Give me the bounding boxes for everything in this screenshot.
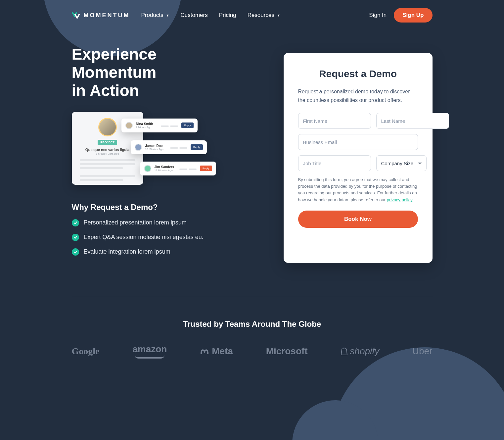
trusted-title: Trusted by Teams Around The Globe [72, 319, 433, 329]
benefit-item: Expert Q&A session molestie nisi egestas… [72, 234, 246, 241]
form-lead: Request a personalized demo today to dis… [298, 87, 418, 104]
logo-row: Google amazon Meta Microsoft shopify Ube… [72, 344, 433, 359]
brand-logo[interactable]: MOMENTUM [72, 11, 130, 19]
reply-button: Reply [191, 144, 203, 150]
logo-microsoft: Microsoft [266, 346, 308, 357]
benefit-item: Personalized presentation lorem ipsum [72, 219, 246, 226]
business-email-input[interactable] [298, 134, 418, 150]
chevron-down-icon: ▼ [277, 14, 280, 17]
product-mockup: PROJECT Quisque nec varius ligula 1 hr a… [72, 112, 214, 191]
check-icon [72, 219, 79, 226]
nav-pricing[interactable]: Pricing [219, 12, 236, 19]
hero-title: Experience Momentum in Action [72, 45, 246, 100]
nav-products[interactable]: Products▼ [141, 12, 169, 19]
reply-button: Reply [181, 122, 193, 128]
logo-google: Google [72, 346, 100, 357]
chevron-down-icon: ▼ [166, 14, 169, 17]
why-title: Why Request a Demo? [72, 203, 246, 212]
company-size-select[interactable]: Company Size [376, 155, 427, 171]
mock-post-title: Quisque nec varius ligula [76, 148, 139, 152]
hero-left: Experience Momentum in Action PROJECT Qu… [72, 45, 246, 263]
mock-chip: PROJECT [98, 140, 117, 145]
mock-avatar [98, 118, 117, 136]
mock-comment-1: Nina Smith 1 Minute Ago Reply [121, 119, 198, 132]
mock-post-meta: 1 hr ago | Sara Doe [76, 152, 139, 155]
trusted-section: Trusted by Teams Around The Globe Google… [72, 319, 433, 372]
top-nav: MOMENTUM Products▼ Customers Pricing Res… [72, 0, 433, 30]
privacy-policy-link[interactable]: privacy policy [387, 197, 413, 202]
form-title: Request a Demo [298, 68, 418, 79]
avatar-icon [144, 165, 151, 172]
brand-name: MOMENTUM [84, 12, 130, 19]
shopify-bag-icon [341, 347, 348, 356]
form-disclaimer: By submitting this form, you agree that … [298, 176, 418, 203]
benefit-item: Evaluate integration lorem ipsum [72, 248, 246, 256]
logo-meta: Meta [200, 346, 233, 357]
avatar-icon [125, 122, 133, 129]
benefit-list: Personalized presentation lorem ipsum Ex… [72, 219, 246, 256]
nav-customers[interactable]: Customers [180, 12, 207, 19]
job-title-input[interactable] [298, 155, 371, 171]
amazon-smile-icon [135, 355, 164, 359]
meta-icon [200, 348, 210, 355]
signup-button[interactable]: Sign Up [394, 8, 432, 23]
check-icon [72, 234, 79, 241]
avatar-icon [135, 144, 142, 151]
signin-link[interactable]: Sign In [369, 12, 387, 19]
reply-button: Reply [200, 166, 212, 171]
first-name-input[interactable] [298, 113, 371, 129]
logo-uber: Uber [412, 346, 433, 357]
nav-resources[interactable]: Resources ▼ [248, 12, 280, 19]
logo-shopify: shopify [341, 346, 379, 357]
mock-comment-2: James Doe 10 Minutes Ago Reply [131, 140, 207, 154]
book-now-button[interactable]: Book Now [298, 211, 418, 228]
logo-amazon: amazon [132, 344, 167, 359]
check-icon [72, 248, 79, 256]
last-name-input[interactable] [376, 113, 449, 129]
brand-mark-icon [72, 11, 80, 19]
section-divider [72, 296, 433, 296]
mock-comment-3: Jim Sanders 11 Minutes Ago Reply [140, 162, 216, 175]
demo-form-card: Request a Demo Request a personalized de… [284, 53, 433, 263]
